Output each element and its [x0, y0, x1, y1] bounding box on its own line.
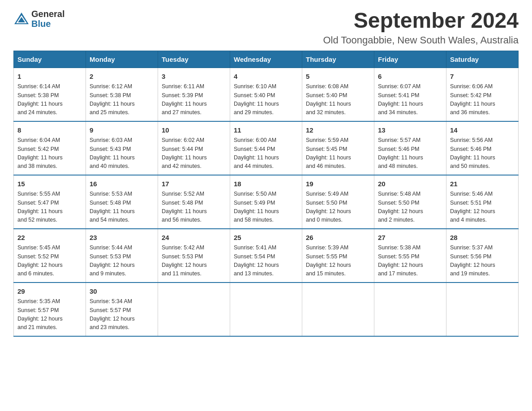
- calendar-cell: 3 Sunrise: 6:11 AM Sunset: 5:39 PM Dayli…: [158, 68, 230, 121]
- day-info: Sunrise: 5:52 AM Sunset: 5:48 PM Dayligh…: [162, 191, 207, 223]
- calendar-table: SundayMondayTuesdayWednesdayThursdayFrid…: [13, 51, 519, 337]
- day-number: 10: [162, 125, 226, 136]
- day-info: Sunrise: 6:06 AM Sunset: 5:42 PM Dayligh…: [450, 83, 495, 116]
- day-header-saturday: Saturday: [446, 51, 519, 68]
- calendar-cell: 8 Sunrise: 6:04 AM Sunset: 5:42 PM Dayli…: [14, 121, 86, 175]
- day-info: Sunrise: 5:53 AM Sunset: 5:48 PM Dayligh…: [90, 191, 135, 223]
- calendar-cell: 13 Sunrise: 5:57 AM Sunset: 5:46 PM Dayl…: [374, 121, 446, 175]
- day-info: Sunrise: 5:55 AM Sunset: 5:47 PM Dayligh…: [17, 191, 63, 223]
- day-header-sunday: Sunday: [14, 51, 86, 68]
- day-number: 21: [450, 179, 515, 189]
- day-info: Sunrise: 5:45 AM Sunset: 5:52 PM Dayligh…: [17, 244, 63, 277]
- calendar-cell: 26 Sunrise: 5:39 AM Sunset: 5:55 PM Dayl…: [302, 229, 374, 283]
- calendar-cell: 25 Sunrise: 5:41 AM Sunset: 5:54 PM Dayl…: [230, 229, 302, 283]
- day-info: Sunrise: 5:46 AM Sunset: 5:51 PM Dayligh…: [450, 191, 495, 223]
- calendar-week-5: 29 Sunrise: 5:35 AM Sunset: 5:57 PM Dayl…: [14, 283, 519, 336]
- day-info: Sunrise: 5:35 AM Sunset: 5:57 PM Dayligh…: [17, 298, 63, 330]
- day-header-tuesday: Tuesday: [158, 51, 230, 68]
- day-info: Sunrise: 5:50 AM Sunset: 5:49 PM Dayligh…: [234, 191, 279, 223]
- title-block: September 2024 Old Toongabbie, New South…: [323, 9, 519, 46]
- calendar-cell: 7 Sunrise: 6:06 AM Sunset: 5:42 PM Dayli…: [446, 68, 519, 121]
- day-number: 2: [90, 72, 154, 82]
- day-info: Sunrise: 6:08 AM Sunset: 5:40 PM Dayligh…: [306, 83, 351, 116]
- day-number: 28: [450, 233, 515, 243]
- calendar-cell: 20 Sunrise: 5:48 AM Sunset: 5:50 PM Dayl…: [374, 175, 446, 229]
- logo-general-text: General: [31, 9, 64, 19]
- day-info: Sunrise: 5:56 AM Sunset: 5:46 PM Dayligh…: [450, 137, 495, 169]
- day-info: Sunrise: 6:03 AM Sunset: 5:43 PM Dayligh…: [90, 137, 135, 169]
- logo-blue-text: Blue: [31, 19, 64, 29]
- calendar-cell: [158, 283, 230, 336]
- calendar-cell: 9 Sunrise: 6:03 AM Sunset: 5:43 PM Dayli…: [86, 121, 158, 175]
- calendar-header: SundayMondayTuesdayWednesdayThursdayFrid…: [14, 51, 519, 68]
- calendar-cell: 6 Sunrise: 6:07 AM Sunset: 5:41 PM Dayli…: [374, 68, 446, 121]
- day-header-wednesday: Wednesday: [230, 51, 302, 68]
- day-number: 11: [234, 125, 298, 136]
- calendar-cell: [302, 283, 374, 336]
- calendar-cell: [230, 283, 302, 336]
- day-header-friday: Friday: [374, 51, 446, 68]
- day-number: 3: [162, 72, 226, 82]
- calendar-cell: 22 Sunrise: 5:45 AM Sunset: 5:52 PM Dayl…: [14, 229, 86, 283]
- day-number: 16: [90, 179, 154, 189]
- calendar-week-4: 22 Sunrise: 5:45 AM Sunset: 5:52 PM Dayl…: [14, 229, 519, 283]
- day-number: 9: [90, 125, 154, 136]
- day-info: Sunrise: 5:57 AM Sunset: 5:46 PM Dayligh…: [378, 137, 423, 169]
- logo: General Blue: [13, 9, 64, 29]
- calendar-week-3: 15 Sunrise: 5:55 AM Sunset: 5:47 PM Dayl…: [14, 175, 519, 229]
- day-info: Sunrise: 6:02 AM Sunset: 5:44 PM Dayligh…: [162, 137, 207, 169]
- calendar-cell: 19 Sunrise: 5:49 AM Sunset: 5:50 PM Dayl…: [302, 175, 374, 229]
- day-info: Sunrise: 5:44 AM Sunset: 5:53 PM Dayligh…: [90, 244, 135, 277]
- calendar-cell: 29 Sunrise: 5:35 AM Sunset: 5:57 PM Dayl…: [14, 283, 86, 336]
- day-header-thursday: Thursday: [302, 51, 374, 68]
- logo-icon: [13, 11, 30, 27]
- calendar-cell: 4 Sunrise: 6:10 AM Sunset: 5:40 PM Dayli…: [230, 68, 302, 121]
- day-info: Sunrise: 6:12 AM Sunset: 5:38 PM Dayligh…: [90, 83, 135, 116]
- days-of-week-row: SundayMondayTuesdayWednesdayThursdayFrid…: [14, 51, 519, 68]
- calendar-cell: 30 Sunrise: 5:34 AM Sunset: 5:57 PM Dayl…: [86, 283, 158, 336]
- calendar-cell: 12 Sunrise: 5:59 AM Sunset: 5:45 PM Dayl…: [302, 121, 374, 175]
- day-number: 19: [306, 179, 370, 189]
- day-number: 4: [234, 72, 298, 82]
- calendar-body: 1 Sunrise: 6:14 AM Sunset: 5:38 PM Dayli…: [14, 68, 519, 336]
- calendar-cell: 28 Sunrise: 5:37 AM Sunset: 5:56 PM Dayl…: [446, 229, 519, 283]
- calendar-cell: 23 Sunrise: 5:44 AM Sunset: 5:53 PM Dayl…: [86, 229, 158, 283]
- calendar-cell: 16 Sunrise: 5:53 AM Sunset: 5:48 PM Dayl…: [86, 175, 158, 229]
- day-info: Sunrise: 6:00 AM Sunset: 5:44 PM Dayligh…: [234, 137, 279, 169]
- calendar-cell: 24 Sunrise: 5:42 AM Sunset: 5:53 PM Dayl…: [158, 229, 230, 283]
- day-info: Sunrise: 5:49 AM Sunset: 5:50 PM Dayligh…: [306, 191, 351, 223]
- calendar-cell: [446, 283, 519, 336]
- day-info: Sunrise: 5:48 AM Sunset: 5:50 PM Dayligh…: [378, 191, 423, 223]
- day-info: Sunrise: 5:38 AM Sunset: 5:55 PM Dayligh…: [378, 244, 423, 277]
- calendar-cell: 5 Sunrise: 6:08 AM Sunset: 5:40 PM Dayli…: [302, 68, 374, 121]
- day-number: 5: [306, 72, 370, 82]
- day-info: Sunrise: 5:42 AM Sunset: 5:53 PM Dayligh…: [162, 244, 207, 277]
- day-number: 7: [450, 72, 515, 82]
- day-number: 18: [234, 179, 298, 189]
- day-number: 14: [450, 125, 515, 136]
- calendar-cell: 10 Sunrise: 6:02 AM Sunset: 5:44 PM Dayl…: [158, 121, 230, 175]
- day-number: 30: [90, 287, 154, 297]
- page-header: General Blue September 2024 Old Toongabb…: [13, 9, 519, 46]
- calendar-cell: 14 Sunrise: 5:56 AM Sunset: 5:46 PM Dayl…: [446, 121, 519, 175]
- calendar-cell: [374, 283, 446, 336]
- day-number: 1: [17, 72, 82, 82]
- calendar-cell: 15 Sunrise: 5:55 AM Sunset: 5:47 PM Dayl…: [14, 175, 86, 229]
- day-info: Sunrise: 6:11 AM Sunset: 5:39 PM Dayligh…: [162, 83, 207, 116]
- calendar-cell: 11 Sunrise: 6:00 AM Sunset: 5:44 PM Dayl…: [230, 121, 302, 175]
- calendar-cell: 18 Sunrise: 5:50 AM Sunset: 5:49 PM Dayl…: [230, 175, 302, 229]
- calendar-subtitle: Old Toongabbie, New South Wales, Austral…: [323, 34, 519, 46]
- day-number: 29: [17, 287, 82, 297]
- day-number: 13: [378, 125, 442, 136]
- day-info: Sunrise: 6:07 AM Sunset: 5:41 PM Dayligh…: [378, 83, 423, 116]
- day-info: Sunrise: 6:04 AM Sunset: 5:42 PM Dayligh…: [17, 137, 63, 169]
- day-info: Sunrise: 5:39 AM Sunset: 5:55 PM Dayligh…: [306, 244, 351, 277]
- day-info: Sunrise: 5:37 AM Sunset: 5:56 PM Dayligh…: [450, 244, 495, 277]
- day-info: Sunrise: 6:10 AM Sunset: 5:40 PM Dayligh…: [234, 83, 279, 116]
- day-number: 26: [306, 233, 370, 243]
- day-number: 6: [378, 72, 442, 82]
- day-number: 27: [378, 233, 442, 243]
- calendar-title: September 2024: [323, 9, 519, 33]
- day-header-monday: Monday: [86, 51, 158, 68]
- day-info: Sunrise: 5:41 AM Sunset: 5:54 PM Dayligh…: [234, 244, 279, 277]
